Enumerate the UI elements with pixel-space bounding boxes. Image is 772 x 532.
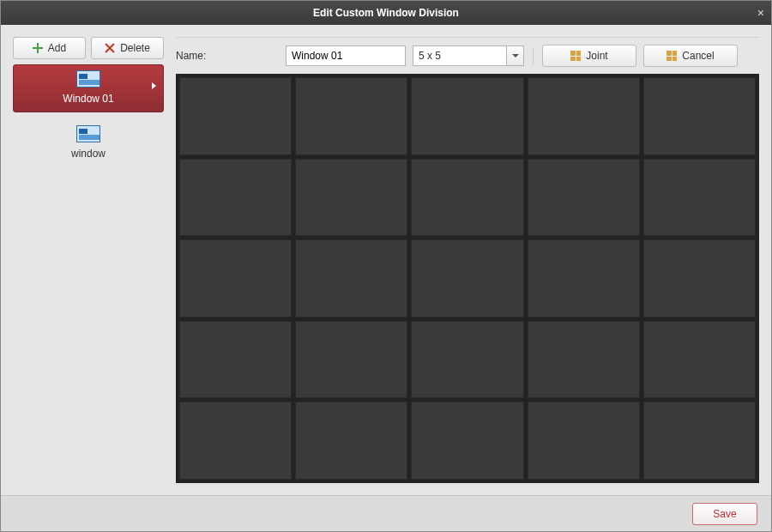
layout-icon [76,125,100,142]
grid-size-select[interactable]: 5 x 5 [413,45,524,66]
grid-size-value: 5 x 5 [413,50,506,62]
grid-cell[interactable] [643,77,756,155]
grid-cell[interactable] [643,321,756,399]
joint-button-label: Joint [586,50,607,62]
grid-cell[interactable] [179,402,292,480]
grid-cell[interactable] [179,239,292,317]
add-button-label: Add [48,42,66,54]
delete-button[interactable]: Delete [91,37,164,59]
grid-cell[interactable] [295,402,407,480]
titlebar: Edit Custom Window Division × [1,1,771,25]
delete-button-label: Delete [120,42,150,54]
grid-cell[interactable] [411,402,523,480]
grid-cell[interactable] [179,77,292,155]
grid-cell[interactable] [179,159,292,237]
grid-cell[interactable] [643,159,756,237]
grid-cell[interactable] [411,77,523,155]
sidebar-item-window-01[interactable]: Window 01 [13,64,164,112]
dialog-title: Edit Custom Window Division [8,7,764,19]
save-button[interactable]: Save [692,503,757,525]
grid-cell[interactable] [295,77,407,155]
dialog: Edit Custom Window Division × Add Delete… [0,0,772,532]
grid-cell[interactable] [295,239,407,317]
save-button-label: Save [713,508,736,520]
layout-icon [76,70,100,88]
toolbar: Name: 5 x 5 Joint Cancel [176,45,759,67]
grid-cell[interactable] [179,321,292,399]
close-icon[interactable]: × [757,4,764,21]
name-label: Name: [176,50,279,62]
grid-cell[interactable] [411,321,523,399]
add-button[interactable]: Add [13,37,86,59]
grid-cell[interactable] [411,239,523,317]
cancel-button-label: Cancel [682,50,714,62]
grid-cell[interactable] [295,321,407,399]
sidebar-button-row: Add Delete [13,37,164,59]
name-input[interactable] [286,45,406,66]
chevron-right-icon [152,82,156,89]
main-pane: Name: 5 x 5 Joint Cancel [176,37,759,483]
grid-cell[interactable] [528,402,640,480]
separator [533,47,534,64]
sidebar-item-label: window [71,148,106,160]
grid-icon [666,51,677,61]
grid-cell[interactable] [528,239,640,317]
dialog-body: Add Delete Window 01 window Name: [1,25,771,495]
plus-icon [33,43,43,53]
division-grid[interactable] [176,74,759,483]
chevron-down-icon [506,46,523,65]
joint-button[interactable]: Joint [542,45,636,67]
grid-cell[interactable] [411,159,523,237]
grid-cell[interactable] [528,159,640,237]
x-icon [105,43,115,53]
grid-cell[interactable] [528,77,640,155]
sidebar: Add Delete Window 01 window [13,37,164,483]
grid-cell[interactable] [295,159,407,237]
grid-cell[interactable] [643,402,756,480]
grid-cell[interactable] [643,239,756,317]
grid-icon [570,51,581,61]
sidebar-item-window[interactable]: window [13,119,164,167]
grid-cell[interactable] [528,321,640,399]
cancel-button[interactable]: Cancel [643,45,738,67]
sidebar-item-label: Window 01 [63,93,113,105]
footer: Save [1,495,771,531]
